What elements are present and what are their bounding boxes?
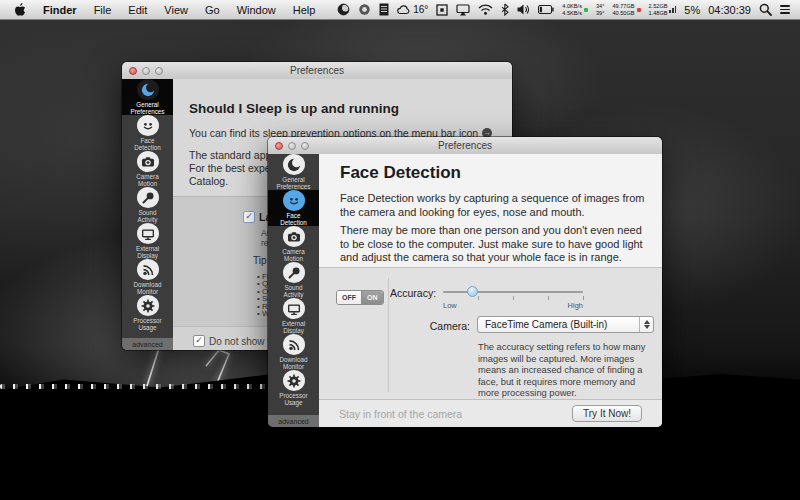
weather-temp: 16° (413, 4, 428, 15)
menubar: Finder File Edit View Go Window Help 16° (0, 0, 800, 20)
network-stats[interactable]: 4.0KB/s4.5KB/s (562, 3, 588, 16)
popup-arrows-icon (639, 317, 653, 332)
temperature-stats[interactable]: 34°39° (596, 3, 604, 16)
microphone-icon (283, 262, 305, 283)
signal-icon (137, 259, 159, 280)
slider-low-label: Low (443, 301, 457, 310)
front-window-footer: Stay in front of the camera Try It Now! (319, 399, 662, 427)
menubar-item-finder[interactable]: Finder (43, 4, 77, 16)
disk-indicator (637, 8, 641, 12)
menubar-item-view[interactable]: View (164, 4, 188, 16)
moon-icon (283, 154, 305, 175)
gear-icon (137, 295, 159, 316)
front-window-content: Face Detection Face Detection works by c… (319, 154, 662, 427)
notes-menu-icon[interactable] (379, 3, 389, 16)
sidebar-advanced-label[interactable]: advanced (268, 415, 319, 427)
gear-icon (283, 370, 305, 391)
toggle-off-segment[interactable]: OFF (337, 291, 362, 304)
menubar-item-help[interactable]: Help (293, 4, 316, 16)
camera-label: Camera: (427, 320, 470, 332)
sidebar-item-general-preferences[interactable]: GeneralPreferences (268, 154, 319, 190)
bluetooth-icon[interactable] (501, 3, 509, 16)
menubar-status-area: 16° 4.0KB/s4.5KB/s (337, 3, 800, 16)
sidebar-item-camera-motion[interactable]: CameraMotion (268, 226, 319, 262)
menubar-item-window[interactable]: Window (237, 4, 276, 16)
sidebar-item-face-detection[interactable]: FaceDetection (268, 190, 319, 226)
front-titlebar[interactable]: Preferences (268, 137, 662, 155)
back-sidebar: GeneralPreferences FaceDetection CameraM… (122, 79, 173, 350)
toggle-on-segment[interactable]: ON (362, 291, 383, 304)
face-detection-controls: OFF ON Accuracy: Low High Camera: FaceTi… (319, 267, 662, 401)
wifi-icon[interactable] (478, 4, 493, 15)
sidebar-item-general-preferences[interactable]: GeneralPreferences (122, 79, 173, 115)
back-heading: Should I Sleep is up and running (189, 101, 399, 116)
face-icon (137, 115, 159, 136)
front-window-title: Preferences (268, 140, 662, 151)
face-detection-paragraph-2: There may be more than one person and yo… (340, 224, 648, 265)
network-up-indicator (584, 8, 588, 12)
disk-stats[interactable]: 49.77GB40.50GB (612, 3, 640, 16)
sidebar-item-external-display[interactable]: ExternalDisplay (122, 223, 173, 259)
accuracy-slider[interactable] (443, 291, 583, 293)
display-icon (137, 223, 159, 244)
display-icon (283, 298, 305, 319)
moon-icon (137, 79, 159, 100)
airplay-icon[interactable] (456, 4, 470, 16)
menubar-item-file[interactable]: File (94, 4, 112, 16)
signal-icon (283, 334, 305, 355)
sidebar-item-processor-usage[interactable]: ProcessorUsage (268, 370, 319, 406)
menubar-clock[interactable]: 04:30:39 (708, 4, 751, 16)
menubar-item-go[interactable]: Go (205, 4, 220, 16)
face-detection-paragraph-1: Face Detection works by capturing a sequ… (340, 192, 648, 219)
front-sidebar: GeneralPreferences FaceDetection CameraM… (268, 154, 319, 427)
preferences-window-face-detection: Preferences GeneralPreferences FaceDetec… (268, 137, 662, 427)
apple-menu-icon[interactable] (14, 3, 26, 17)
checkbox-checked-icon[interactable] (193, 335, 205, 347)
camera-icon (137, 151, 159, 172)
back-window-title: Preferences (122, 65, 512, 76)
slider-ticks (443, 296, 583, 300)
back-titlebar[interactable]: Preferences (122, 62, 512, 80)
screenshot-menu-icon[interactable] (436, 4, 448, 16)
sleep-app-menu-icon[interactable] (337, 3, 350, 16)
spotlight-icon[interactable] (759, 3, 772, 16)
app-menu-icon[interactable] (358, 3, 371, 16)
memory-stats[interactable]: 2.52GB1.48GB (649, 3, 677, 16)
sidebar-item-external-display[interactable]: ExternalDisplay (268, 298, 319, 334)
sidebar-advanced-label[interactable]: advanced (122, 338, 173, 350)
battery-icon[interactable] (538, 5, 554, 14)
menubar-menus: Finder File Edit View Go Window Help (0, 3, 315, 17)
desktop: Finder File Edit View Go Window Help 16° (0, 0, 800, 500)
menubar-item-edit[interactable]: Edit (128, 4, 147, 16)
try-it-now-button[interactable]: Try It Now! (572, 405, 642, 422)
camera-icon (283, 226, 305, 247)
battery-percent[interactable]: 5% (684, 4, 700, 16)
sidebar-item-download-monitor[interactable]: DownloadMonitor (122, 259, 173, 295)
sidebar-item-download-monitor[interactable]: DownloadMonitor (268, 334, 319, 370)
checkbox-checked-icon[interactable] (243, 211, 255, 223)
sidebar-item-camera-motion[interactable]: CameraMotion (122, 151, 173, 187)
sidebar-item-processor-usage[interactable]: ProcessorUsage (122, 295, 173, 331)
accuracy-label: Accuracy: (390, 287, 436, 299)
camera-select[interactable]: FaceTime Camera (Built-in) (477, 316, 654, 333)
divider (388, 278, 389, 392)
slider-high-label: High (563, 301, 583, 310)
sidebar-item-sound-activity[interactable]: SoundActivity (268, 262, 319, 298)
microphone-icon (137, 187, 159, 208)
weather-menu-icon[interactable]: 16° (397, 4, 428, 16)
memory-bars-icon (669, 6, 676, 13)
status-text: Stay in front of the camera (319, 408, 462, 420)
face-icon (283, 190, 305, 211)
volume-icon[interactable] (517, 4, 530, 15)
sidebar-item-sound-activity[interactable]: SoundActivity (122, 187, 173, 223)
accuracy-description: The accuracy setting refers to how many … (478, 342, 648, 400)
sidebar-item-face-detection[interactable]: FaceDetection (122, 115, 173, 151)
off-on-toggle[interactable]: OFF ON (336, 290, 384, 305)
notification-center-icon[interactable] (780, 5, 790, 14)
page-title: Face Detection (340, 163, 461, 183)
